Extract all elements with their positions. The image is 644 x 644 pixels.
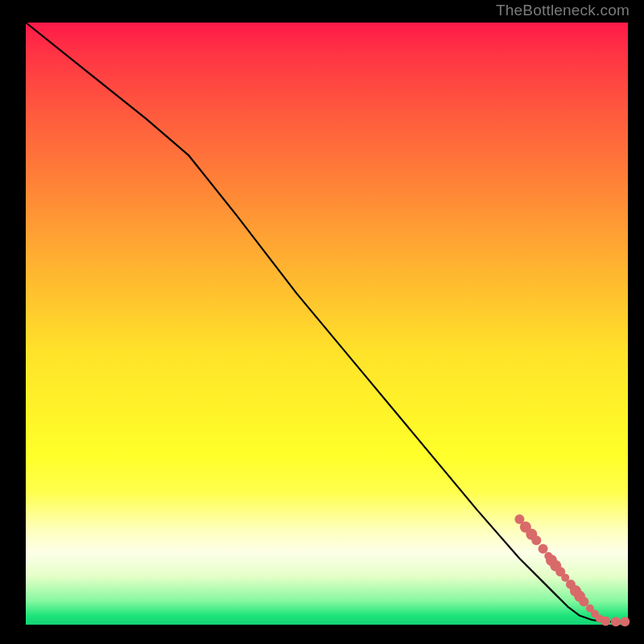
chart-overlay [26, 23, 628, 625]
chart-marker [531, 535, 541, 545]
chart-marker [620, 617, 630, 626]
chart-marker [601, 617, 610, 626]
chart-marker [579, 597, 588, 607]
attribution-text: TheBottleneck.com [496, 2, 630, 19]
chart-marker [611, 617, 621, 626]
chart-marker [539, 544, 548, 554]
chart-curve [26, 23, 628, 621]
